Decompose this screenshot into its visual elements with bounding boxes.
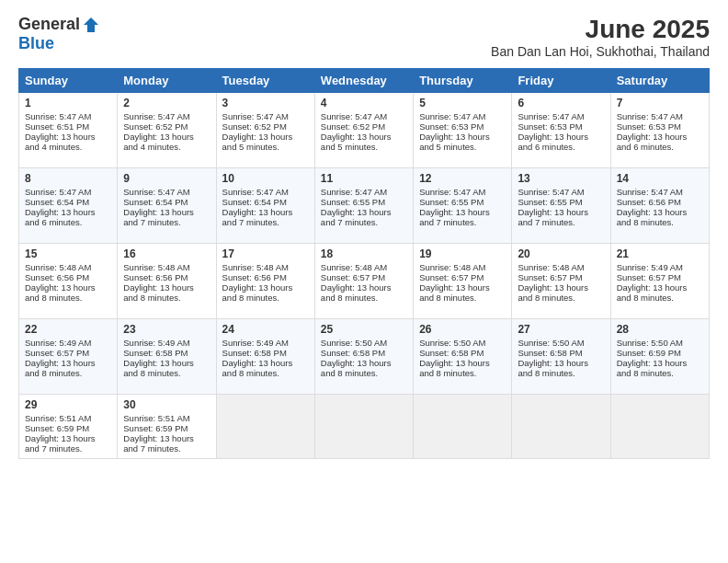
logo: General Blue bbox=[18, 15, 100, 53]
sunrise-label: Sunrise: 5:50 AM bbox=[617, 338, 683, 348]
sunset-label: Sunset: 6:52 PM bbox=[222, 121, 287, 132]
day-number: 4 bbox=[321, 97, 407, 109]
daylight-label: Daylight: 13 hours and 8 minutes. bbox=[25, 358, 96, 378]
sunrise-label: Sunrise: 5:48 AM bbox=[321, 262, 387, 272]
sunrise-label: Sunrise: 5:47 AM bbox=[25, 187, 91, 197]
sunrise-label: Sunrise: 5:47 AM bbox=[321, 111, 387, 121]
day-number: 2 bbox=[123, 97, 210, 109]
header-friday: Friday bbox=[512, 69, 610, 93]
day-number: 16 bbox=[123, 247, 210, 260]
daylight-label: Daylight: 13 hours and 8 minutes. bbox=[617, 207, 688, 227]
sunrise-label: Sunrise: 5:49 AM bbox=[25, 338, 91, 348]
daylight-label: Daylight: 13 hours and 7 minutes. bbox=[123, 433, 194, 454]
sunrise-label: Sunrise: 5:50 AM bbox=[419, 338, 485, 348]
sunset-label: Sunset: 6:57 PM bbox=[25, 348, 89, 358]
daylight-label: Daylight: 13 hours and 8 minutes. bbox=[419, 282, 490, 303]
daylight-label: Daylight: 13 hours and 4 minutes. bbox=[25, 132, 96, 152]
table-row: 27 Sunrise: 5:50 AM Sunset: 6:58 PM Dayl… bbox=[512, 319, 610, 395]
sunset-label: Sunset: 6:53 PM bbox=[419, 121, 483, 132]
daylight-label: Daylight: 13 hours and 8 minutes. bbox=[123, 282, 194, 303]
sunset-label: Sunset: 6:58 PM bbox=[321, 348, 385, 358]
daylight-label: Daylight: 13 hours and 7 minutes. bbox=[222, 207, 293, 227]
logo-general: General bbox=[18, 15, 80, 34]
table-row bbox=[414, 395, 512, 459]
header-monday: Monday bbox=[118, 69, 216, 93]
day-number: 14 bbox=[617, 172, 703, 185]
sunset-label: Sunset: 6:56 PM bbox=[123, 272, 188, 282]
daylight-label: Daylight: 13 hours and 8 minutes. bbox=[518, 282, 588, 303]
sunset-label: Sunset: 6:55 PM bbox=[518, 197, 582, 207]
day-number: 13 bbox=[518, 172, 604, 185]
daylight-label: Daylight: 13 hours and 8 minutes. bbox=[321, 282, 392, 303]
table-row bbox=[314, 395, 413, 459]
table-row: 26 Sunrise: 5:50 AM Sunset: 6:58 PM Dayl… bbox=[414, 319, 512, 395]
sunset-label: Sunset: 6:58 PM bbox=[419, 348, 483, 358]
sunset-label: Sunset: 6:52 PM bbox=[123, 121, 188, 132]
table-row: 5 Sunrise: 5:47 AM Sunset: 6:53 PM Dayli… bbox=[414, 93, 512, 168]
table-row: 19 Sunrise: 5:48 AM Sunset: 6:57 PM Dayl… bbox=[414, 244, 512, 319]
daylight-label: Daylight: 13 hours and 8 minutes. bbox=[419, 358, 490, 378]
daylight-label: Daylight: 13 hours and 8 minutes. bbox=[321, 358, 392, 378]
day-number: 10 bbox=[222, 172, 309, 185]
table-row: 23 Sunrise: 5:49 AM Sunset: 6:58 PM Dayl… bbox=[118, 319, 216, 395]
day-number: 15 bbox=[25, 247, 111, 260]
sunrise-label: Sunrise: 5:47 AM bbox=[617, 111, 683, 121]
sunset-label: Sunset: 6:59 PM bbox=[617, 348, 681, 358]
sunset-label: Sunset: 6:59 PM bbox=[25, 423, 89, 433]
sunrise-label: Sunrise: 5:50 AM bbox=[518, 338, 584, 348]
daylight-label: Daylight: 13 hours and 5 minutes. bbox=[419, 132, 490, 152]
table-row: 28 Sunrise: 5:50 AM Sunset: 6:59 PM Dayl… bbox=[610, 319, 709, 395]
logo-blue: Blue bbox=[18, 34, 54, 53]
sunset-label: Sunset: 6:54 PM bbox=[25, 197, 89, 207]
sunrise-label: Sunrise: 5:47 AM bbox=[518, 111, 584, 121]
sunrise-label: Sunrise: 5:47 AM bbox=[222, 187, 289, 197]
sunrise-label: Sunrise: 5:49 AM bbox=[123, 338, 189, 348]
sunrise-label: Sunrise: 5:51 AM bbox=[123, 413, 189, 423]
day-number: 5 bbox=[419, 97, 506, 109]
day-number: 3 bbox=[222, 97, 309, 109]
sunrise-label: Sunrise: 5:48 AM bbox=[123, 262, 189, 272]
table-row: 6 Sunrise: 5:47 AM Sunset: 6:53 PM Dayli… bbox=[512, 93, 610, 168]
day-number: 23 bbox=[123, 323, 210, 336]
table-row bbox=[216, 395, 314, 459]
table-row: 16 Sunrise: 5:48 AM Sunset: 6:56 PM Dayl… bbox=[118, 244, 216, 319]
sunset-label: Sunset: 6:58 PM bbox=[518, 348, 582, 358]
daylight-label: Daylight: 13 hours and 7 minutes. bbox=[123, 207, 194, 227]
header-thursday: Thursday bbox=[414, 69, 512, 93]
table-row: 8 Sunrise: 5:47 AM Sunset: 6:54 PM Dayli… bbox=[19, 168, 118, 244]
table-row: 15 Sunrise: 5:48 AM Sunset: 6:56 PM Dayl… bbox=[19, 244, 118, 319]
daylight-label: Daylight: 13 hours and 8 minutes. bbox=[25, 282, 96, 303]
header: General Blue June 2025 Ban Dan Lan Hoi, … bbox=[18, 15, 710, 59]
title-section: June 2025 Ban Dan Lan Hoi, Sukhothai, Th… bbox=[491, 15, 710, 59]
day-number: 17 bbox=[222, 247, 309, 260]
weekday-header-row: Sunday Monday Tuesday Wednesday Thursday… bbox=[19, 69, 710, 93]
calendar-table: Sunday Monday Tuesday Wednesday Thursday… bbox=[18, 68, 710, 459]
table-row: 7 Sunrise: 5:47 AM Sunset: 6:53 PM Dayli… bbox=[610, 93, 709, 168]
sunset-label: Sunset: 6:57 PM bbox=[617, 272, 681, 282]
day-number: 20 bbox=[518, 247, 604, 260]
sunset-label: Sunset: 6:55 PM bbox=[419, 197, 483, 207]
day-number: 19 bbox=[419, 247, 506, 260]
sunset-label: Sunset: 6:53 PM bbox=[518, 121, 582, 132]
sunrise-label: Sunrise: 5:48 AM bbox=[222, 262, 289, 272]
day-number: 12 bbox=[419, 172, 506, 185]
table-row: 18 Sunrise: 5:48 AM Sunset: 6:57 PM Dayl… bbox=[314, 244, 413, 319]
sunrise-label: Sunrise: 5:49 AM bbox=[617, 262, 683, 272]
daylight-label: Daylight: 13 hours and 8 minutes. bbox=[617, 358, 688, 378]
calendar-page: General Blue June 2025 Ban Dan Lan Hoi, … bbox=[0, 0, 728, 563]
month-title: June 2025 bbox=[491, 15, 710, 44]
day-number: 21 bbox=[617, 247, 703, 260]
day-number: 22 bbox=[25, 323, 111, 336]
sunrise-label: Sunrise: 5:51 AM bbox=[25, 413, 91, 423]
daylight-label: Daylight: 13 hours and 8 minutes. bbox=[222, 358, 293, 378]
day-number: 25 bbox=[321, 323, 407, 336]
sunrise-label: Sunrise: 5:50 AM bbox=[321, 338, 387, 348]
table-row: 10 Sunrise: 5:47 AM Sunset: 6:54 PM Dayl… bbox=[216, 168, 314, 244]
sunset-label: Sunset: 6:57 PM bbox=[419, 272, 483, 282]
table-row: 12 Sunrise: 5:47 AM Sunset: 6:55 PM Dayl… bbox=[414, 168, 512, 244]
table-row: 30 Sunrise: 5:51 AM Sunset: 6:59 PM Dayl… bbox=[118, 395, 216, 459]
table-row: 20 Sunrise: 5:48 AM Sunset: 6:57 PM Dayl… bbox=[512, 244, 610, 319]
logo-icon bbox=[82, 16, 100, 34]
sunrise-label: Sunrise: 5:48 AM bbox=[25, 262, 91, 272]
daylight-label: Daylight: 13 hours and 8 minutes. bbox=[518, 358, 588, 378]
